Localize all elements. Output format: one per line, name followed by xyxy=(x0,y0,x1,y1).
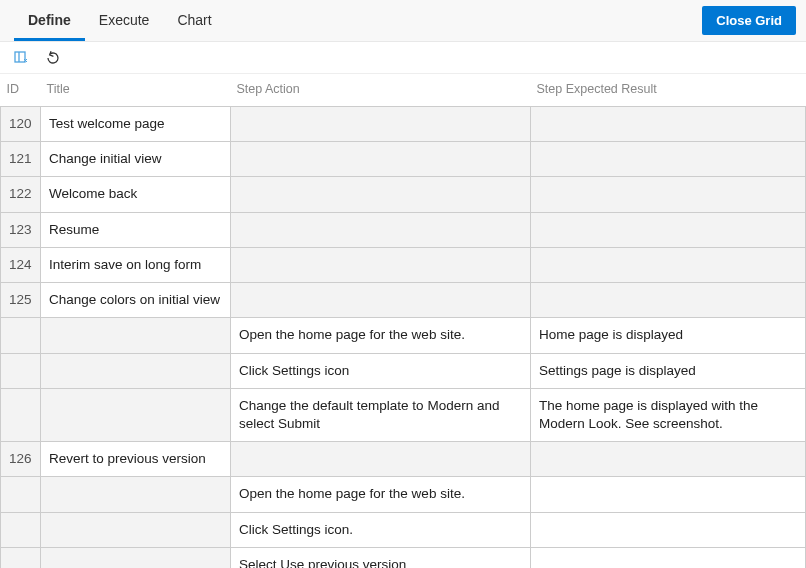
tab-define[interactable]: Define xyxy=(14,1,85,41)
test-case-row[interactable]: 120Test welcome page xyxy=(1,107,806,142)
tab-define-label: Define xyxy=(28,12,71,28)
test-step-row[interactable]: Open the home page for the web site.Home… xyxy=(1,318,806,353)
cell-title[interactable]: Test welcome page xyxy=(41,107,231,142)
cell-step-action[interactable]: Change the default template to Modern an… xyxy=(231,388,531,441)
tab-chart-label: Chart xyxy=(177,12,211,28)
cell-step-expected[interactable] xyxy=(531,283,806,318)
col-expected[interactable]: Step Expected Result xyxy=(531,74,806,107)
cell-id[interactable] xyxy=(1,547,41,568)
cell-step-expected[interactable]: The home page is displayed with the Mode… xyxy=(531,388,806,441)
cell-step-action[interactable]: Open the home page for the web site. xyxy=(231,318,531,353)
cell-title[interactable]: Resume xyxy=(41,212,231,247)
test-step-row[interactable]: Open the home page for the web site. xyxy=(1,477,806,512)
cell-step-action[interactable]: Click Settings icon. xyxy=(231,512,531,547)
cell-step-expected[interactable] xyxy=(531,442,806,477)
cell-step-action[interactable] xyxy=(231,177,531,212)
cell-step-action[interactable] xyxy=(231,247,531,282)
close-grid-button[interactable]: Close Grid xyxy=(702,6,796,35)
cell-step-expected[interactable] xyxy=(531,512,806,547)
cell-title[interactable] xyxy=(41,388,231,441)
tab-execute[interactable]: Execute xyxy=(85,1,164,41)
cell-id[interactable] xyxy=(1,512,41,547)
cell-title[interactable]: Welcome back xyxy=(41,177,231,212)
cell-step-action[interactable]: Open the home page for the web site. xyxy=(231,477,531,512)
cell-step-expected[interactable] xyxy=(531,247,806,282)
cell-title[interactable] xyxy=(41,547,231,568)
cell-title[interactable]: Change colors on initial view xyxy=(41,283,231,318)
test-case-grid: ID Title Step Action Step Expected Resul… xyxy=(0,74,806,568)
cell-title[interactable]: Revert to previous version xyxy=(41,442,231,477)
refresh-icon[interactable] xyxy=(44,49,62,67)
tab-chart[interactable]: Chart xyxy=(163,1,225,41)
col-id[interactable]: ID xyxy=(1,74,41,107)
cell-step-expected[interactable] xyxy=(531,477,806,512)
cell-step-action[interactable] xyxy=(231,142,531,177)
cell-title[interactable]: Change initial view xyxy=(41,142,231,177)
cell-title[interactable] xyxy=(41,353,231,388)
column-options-icon[interactable] xyxy=(12,49,30,67)
cell-id[interactable]: 122 xyxy=(1,177,41,212)
cell-id[interactable]: 124 xyxy=(1,247,41,282)
test-step-row[interactable]: Change the default template to Modern an… xyxy=(1,388,806,441)
test-case-row[interactable]: 121Change initial view xyxy=(1,142,806,177)
cell-id[interactable]: 120 xyxy=(1,107,41,142)
close-grid-label: Close Grid xyxy=(716,13,782,28)
cell-step-expected[interactable] xyxy=(531,107,806,142)
cell-title[interactable]: Interim save on long form xyxy=(41,247,231,282)
test-case-row[interactable]: 126Revert to previous version xyxy=(1,442,806,477)
col-title[interactable]: Title xyxy=(41,74,231,107)
tab-list: Define Execute Chart xyxy=(14,0,226,41)
cell-id[interactable]: 123 xyxy=(1,212,41,247)
cell-id[interactable] xyxy=(1,477,41,512)
top-bar: Define Execute Chart Close Grid xyxy=(0,0,806,42)
cell-step-expected[interactable]: Home page is displayed xyxy=(531,318,806,353)
cell-step-action[interactable] xyxy=(231,442,531,477)
cell-id[interactable] xyxy=(1,353,41,388)
cell-id[interactable]: 121 xyxy=(1,142,41,177)
col-action[interactable]: Step Action xyxy=(231,74,531,107)
test-case-row[interactable]: 125Change colors on initial view xyxy=(1,283,806,318)
test-case-row[interactable]: 122Welcome back xyxy=(1,177,806,212)
test-step-row[interactable]: Click Settings icon. xyxy=(1,512,806,547)
cell-title[interactable] xyxy=(41,477,231,512)
cell-id[interactable]: 125 xyxy=(1,283,41,318)
cell-step-expected[interactable] xyxy=(531,142,806,177)
cell-id[interactable]: 126 xyxy=(1,442,41,477)
cell-step-action[interactable] xyxy=(231,212,531,247)
svg-rect-0 xyxy=(15,52,25,62)
tab-execute-label: Execute xyxy=(99,12,150,28)
cell-step-action[interactable]: Select Use previous version xyxy=(231,547,531,568)
toolbar xyxy=(0,42,806,74)
cell-step-expected[interactable] xyxy=(531,547,806,568)
cell-title[interactable] xyxy=(41,512,231,547)
cell-step-action[interactable] xyxy=(231,283,531,318)
test-step-row[interactable]: Select Use previous version xyxy=(1,547,806,568)
cell-step-expected[interactable] xyxy=(531,212,806,247)
cell-step-action[interactable]: Click Settings icon xyxy=(231,353,531,388)
cell-step-expected[interactable] xyxy=(531,177,806,212)
cell-step-expected[interactable]: Settings page is displayed xyxy=(531,353,806,388)
cell-step-action[interactable] xyxy=(231,107,531,142)
cell-title[interactable] xyxy=(41,318,231,353)
test-step-row[interactable]: Click Settings iconSettings page is disp… xyxy=(1,353,806,388)
cell-id[interactable] xyxy=(1,318,41,353)
cell-id[interactable] xyxy=(1,388,41,441)
grid-header-row: ID Title Step Action Step Expected Resul… xyxy=(1,74,806,107)
test-case-row[interactable]: 123Resume xyxy=(1,212,806,247)
test-case-row[interactable]: 124Interim save on long form xyxy=(1,247,806,282)
